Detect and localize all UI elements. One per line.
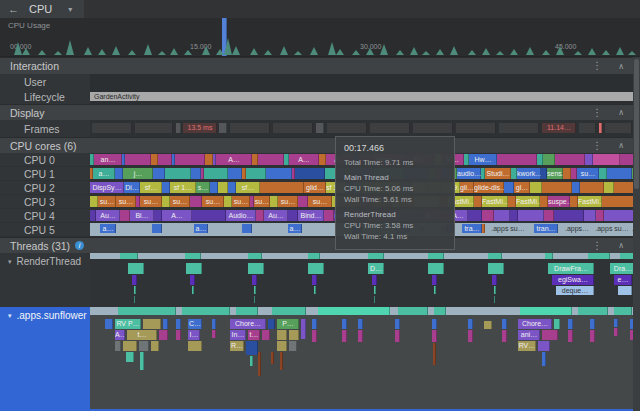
trace-event[interactable] (118, 307, 176, 315)
trace-event[interactable] (585, 154, 593, 165)
trace-event[interactable]: a… (93, 168, 115, 179)
trace-event[interactable] (205, 154, 213, 165)
trace-event[interactable] (266, 168, 292, 179)
trace-event[interactable]: A… (115, 330, 125, 340)
trace-event[interactable] (588, 253, 610, 259)
trace-event[interactable] (228, 182, 236, 193)
trace-event[interactable] (434, 286, 436, 294)
thread-label-renderthread[interactable]: ▾ RenderThread (0, 253, 90, 307)
trace-event[interactable] (568, 330, 573, 342)
kebab-menu-icon[interactable]: ⋮ (592, 241, 602, 251)
trace-event[interactable]: Di… (124, 182, 140, 193)
trace-event[interactable] (374, 296, 375, 303)
trace-event[interactable] (614, 319, 618, 327)
trace-event[interactable] (190, 196, 202, 207)
trace-event[interactable] (280, 352, 283, 370)
trace-event[interactable]: kwork… (517, 168, 541, 179)
trace-event[interactable] (358, 319, 363, 329)
trace-event[interactable] (494, 296, 495, 303)
trace-event[interactable] (312, 275, 317, 285)
trace-event[interactable]: .apps su… (486, 224, 530, 233)
trace-event[interactable]: suspe… (548, 196, 570, 207)
trace-event[interactable]: RV… (518, 341, 536, 351)
trace-event[interactable] (289, 341, 297, 351)
trace-event[interactable] (484, 321, 492, 329)
trace-event[interactable] (314, 286, 316, 294)
trace-event[interactable] (398, 307, 428, 315)
trace-event[interactable] (614, 307, 632, 315)
trace-event[interactable] (502, 330, 507, 342)
trace-event[interactable] (555, 154, 585, 165)
trace-event[interactable] (596, 210, 604, 221)
trace-event[interactable] (530, 182, 542, 193)
trace-event[interactable] (125, 154, 151, 165)
trace-event[interactable] (212, 330, 216, 338)
trace-event[interactable] (204, 168, 228, 179)
trace-event[interactable] (538, 341, 550, 351)
trace-event[interactable] (176, 319, 181, 329)
collapse-icon[interactable]: ∧ (618, 62, 624, 71)
profiler-stage-dropdown[interactable]: ← CPU ▾ (0, 0, 84, 18)
trace-event[interactable]: deque… (556, 286, 594, 295)
trace-event[interactable] (218, 182, 228, 193)
trace-event[interactable] (228, 168, 242, 179)
trace-event[interactable]: ani… (518, 330, 540, 340)
trace-event[interactable]: su… (232, 196, 250, 207)
trace-event[interactable]: t… (127, 330, 157, 340)
trace-event[interactable] (254, 286, 256, 294)
trace-event[interactable] (342, 319, 347, 329)
trace-event[interactable] (250, 356, 253, 366)
trace-event[interactable] (395, 319, 400, 329)
trace-event[interactable] (319, 154, 326, 165)
trace-event[interactable]: t… (248, 330, 260, 340)
trace-event[interactable]: s… (196, 182, 210, 193)
trace-event[interactable] (192, 210, 226, 221)
trace-event[interactable] (246, 168, 266, 179)
trace-event[interactable] (248, 263, 264, 274)
trace-event[interactable]: DrawFra… (548, 263, 594, 274)
trace-event[interactable] (163, 319, 168, 329)
trace-event[interactable]: DispSy… (90, 182, 124, 193)
trace-event[interactable] (115, 168, 123, 179)
renderthread-track[interactable]: D…DrawFra…Dra…egiSwa…e…deque… (90, 253, 640, 307)
trace-event[interactable] (542, 182, 572, 193)
trace-event[interactable] (544, 210, 554, 221)
trace-event[interactable]: .apps… (562, 224, 592, 233)
trace-event[interactable] (132, 275, 137, 285)
trace-event[interactable] (248, 253, 262, 259)
trace-event[interactable] (324, 210, 334, 221)
trace-event[interactable] (162, 196, 170, 207)
trace-event[interactable] (188, 341, 202, 351)
frame-chip[interactable] (316, 123, 324, 133)
trace-event[interactable]: e… (614, 275, 632, 285)
trace-event[interactable] (312, 319, 317, 329)
trace-event[interactable] (258, 352, 261, 376)
trace-event[interactable] (120, 210, 130, 221)
janky-frame-tick[interactable] (599, 123, 602, 133)
frames-track[interactable]: 13.5 ms11.14… (90, 120, 640, 137)
trace-event[interactable]: R… (230, 341, 244, 351)
section-header-threads[interactable]: Threads (31) i ⋮ ∧ (0, 237, 640, 253)
trace-event[interactable] (151, 341, 159, 351)
trace-event[interactable] (568, 319, 573, 329)
trace-event[interactable] (572, 182, 580, 193)
trace-event[interactable] (604, 182, 614, 193)
trace-event[interactable]: Audio… (226, 210, 256, 221)
trace-event[interactable]: In… (230, 330, 246, 340)
trace-event[interactable] (123, 341, 137, 351)
trace-event[interactable] (518, 210, 544, 221)
trace-event[interactable] (482, 210, 494, 221)
trace-event[interactable] (432, 275, 437, 285)
frame-chip[interactable] (413, 123, 453, 133)
section-header-cpu-cores[interactable]: CPU cores (6) ⋮ ∧ (0, 137, 640, 153)
trace-event[interactable] (186, 263, 202, 274)
chevron-down-icon[interactable]: ▾ (8, 258, 12, 266)
trace-event[interactable] (494, 210, 510, 221)
trace-event[interactable] (468, 210, 482, 221)
trace-event[interactable] (271, 352, 274, 364)
trace-event[interactable]: RV P… (115, 319, 141, 329)
trace-event[interactable] (190, 275, 195, 285)
trace-event[interactable] (289, 330, 299, 340)
frame-chip[interactable] (605, 123, 632, 133)
trace-event[interactable] (301, 319, 306, 339)
